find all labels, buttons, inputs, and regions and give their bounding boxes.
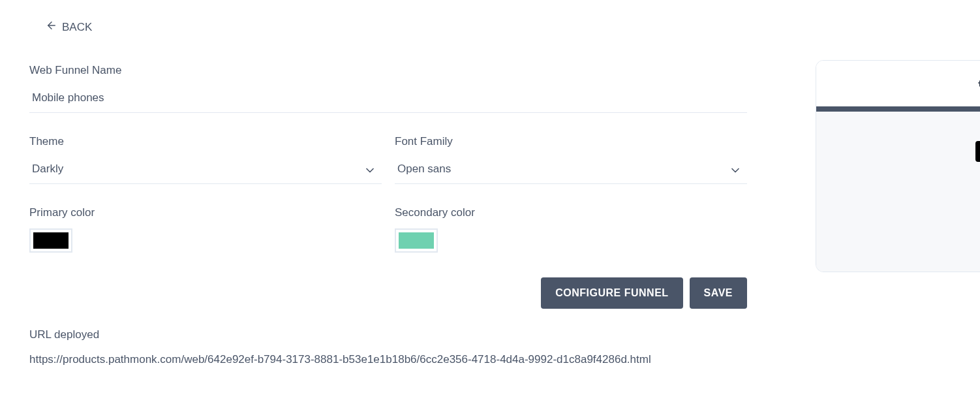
back-label: BACK (62, 21, 92, 34)
funnel-name-label: Web Funnel Name (29, 64, 747, 77)
primary-color-picker[interactable] (29, 228, 72, 253)
theme-label: Theme (29, 135, 382, 148)
chevron-down-icon (729, 164, 742, 177)
arrow-left-icon (46, 20, 57, 35)
save-button[interactable]: SAVE (690, 277, 747, 309)
primary-color-label: Primary color (29, 206, 382, 219)
font-family-value: Open sans (397, 163, 451, 175)
preview-divider (816, 106, 980, 112)
secondary-color-swatch (399, 232, 434, 249)
back-link[interactable]: BACK (46, 20, 92, 35)
secondary-color-label: Secondary color (395, 206, 747, 219)
theme-value: Darkly (32, 163, 63, 175)
configure-funnel-button[interactable]: CONFIGURE FUNNEL (541, 277, 682, 309)
funnel-name-input[interactable] (29, 86, 747, 113)
font-family-label: Font Family (395, 135, 747, 148)
preview-panel: Pathmonk OPEN PREVIEW Let's Start (816, 60, 980, 272)
preview-brand: Pathmonk (977, 76, 980, 92)
lets-start-button[interactable]: Let's Start (975, 141, 980, 162)
secondary-color-picker[interactable] (395, 228, 438, 253)
url-deployed-label: URL deployed (29, 328, 747, 341)
preview-header: Pathmonk OPEN PREVIEW (816, 61, 980, 106)
robot-icon (977, 76, 980, 92)
font-family-select[interactable]: Open sans (395, 157, 747, 184)
chevron-down-icon (363, 164, 376, 177)
primary-color-swatch (33, 232, 69, 249)
url-deployed-value: https://products.pathmonk.com/web/642e92… (29, 353, 747, 366)
theme-select[interactable]: Darkly (29, 157, 382, 184)
preview-body: Let's Start (816, 112, 980, 272)
